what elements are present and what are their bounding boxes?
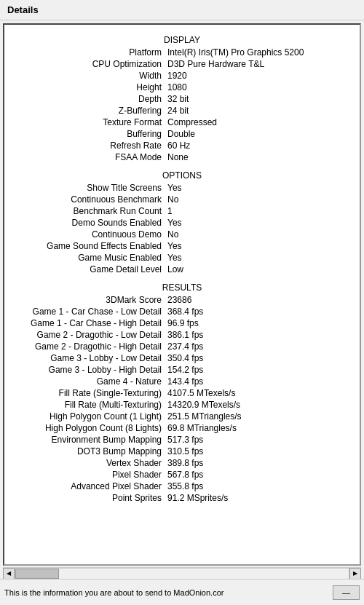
- row-label: Pixel Shader: [4, 469, 165, 481]
- table-row: FSAA ModeNone: [4, 151, 360, 163]
- row-label: Vertex Shader: [4, 457, 165, 469]
- table-row: Z-Buffering24 bit: [4, 105, 360, 116]
- hscroll-track[interactable]: [15, 568, 349, 580]
- row-label: FSAA Mode: [4, 151, 165, 163]
- bottom-bar: This is the information you are about to…: [0, 579, 364, 605]
- row-value: Yes: [165, 240, 360, 252]
- table-row: Game 2 - Dragothic - Low Detail386.1 fps: [4, 329, 360, 341]
- row-label: Refresh Rate: [4, 140, 165, 151]
- row-label: Fill Rate (Single-Texturing): [4, 387, 165, 399]
- table-row: Width1920: [4, 70, 360, 82]
- table-row: Pixel Shader567.8 fps: [4, 469, 360, 481]
- row-value: No: [165, 194, 360, 205]
- row-value: 517.3 fps: [165, 434, 360, 446]
- row-label: Height: [4, 82, 165, 93]
- row-label: Buffering: [4, 128, 165, 140]
- table-row: 3DMark Score23686: [4, 294, 360, 306]
- bottom-button[interactable]: —: [333, 585, 360, 600]
- row-label: Demo Sounds Enabled: [4, 217, 165, 229]
- section-header-label: OPTIONS: [4, 163, 360, 182]
- scroll-area-wrapper: DISPLAYPlatformIntel(R) Iris(TM) Pro Gra…: [3, 23, 361, 566]
- row-label: 3DMark Score: [4, 294, 165, 306]
- row-label: Game 1 - Car Chase - High Detail: [4, 317, 165, 329]
- row-value: 60 Hz: [165, 140, 360, 151]
- row-value: 23686: [165, 294, 360, 306]
- row-value: 1920: [165, 70, 360, 82]
- table-row: Benchmark Run Count1: [4, 205, 360, 217]
- window: Details DISPLAYPlatformIntel(R) Iris(TM)…: [0, 0, 364, 605]
- row-value: 1: [165, 205, 360, 217]
- hscroll-right-button[interactable]: ▶: [349, 568, 361, 580]
- row-label: Advanced Pixel Shader: [4, 481, 165, 492]
- row-label: Benchmark Run Count: [4, 205, 165, 217]
- table-row: Game 2 - Dragothic - High Detail237.4 fp…: [4, 341, 360, 352]
- row-value: 389.8 fps: [165, 457, 360, 469]
- table-row: Point Sprites91.2 MSprites/s: [4, 492, 360, 504]
- table-row: Game 3 - Lobby - Low Detail350.4 fps: [4, 352, 360, 364]
- section-header-label: RESULTS: [4, 275, 360, 294]
- section-header: RESULTS: [4, 275, 360, 294]
- row-value: 567.8 fps: [165, 469, 360, 481]
- row-value: 24 bit: [165, 105, 360, 116]
- data-table: DISPLAYPlatformIntel(R) Iris(TM) Pro Gra…: [4, 25, 360, 504]
- row-value: 4107.5 MTexels/s: [165, 387, 360, 399]
- table-row: Game 1 - Car Chase - Low Detail368.4 fps: [4, 306, 360, 317]
- row-value: 96.9 fps: [165, 317, 360, 329]
- row-label: Show Title Screens: [4, 182, 165, 194]
- row-label: Game Music Enabled: [4, 252, 165, 264]
- table-row: Fill Rate (Multi-Texturing)14320.9 MTexe…: [4, 399, 360, 411]
- row-value: 355.8 fps: [165, 481, 360, 492]
- section-header-label: DISPLAY: [4, 28, 360, 47]
- row-value: 350.4 fps: [165, 352, 360, 364]
- row-value: 368.4 fps: [165, 306, 360, 317]
- row-label: Z-Buffering: [4, 105, 165, 116]
- row-label: Game 3 - Lobby - High Detail: [4, 364, 165, 376]
- row-label: Width: [4, 70, 165, 82]
- row-value: 1080: [165, 82, 360, 93]
- row-value: 69.8 MTriangles/s: [165, 422, 360, 434]
- row-label: Game Sound Effects Enabled: [4, 240, 165, 252]
- table-row: Texture FormatCompressed: [4, 116, 360, 128]
- table-row: Environment Bump Mapping517.3 fps: [4, 434, 360, 446]
- row-label: CPU Optimization: [4, 58, 165, 70]
- table-row: Refresh Rate60 Hz: [4, 140, 360, 151]
- row-value: Yes: [165, 182, 360, 194]
- row-label: High Polygon Count (8 Lights): [4, 422, 165, 434]
- row-label: Platform: [4, 47, 165, 58]
- row-label: Game 4 - Nature: [4, 376, 165, 387]
- table-row: Game 1 - Car Chase - High Detail96.9 fps: [4, 317, 360, 329]
- table-row: Game Music EnabledYes: [4, 252, 360, 264]
- table-row: Game 3 - Lobby - High Detail154.2 fps: [4, 364, 360, 376]
- hscroll-left-button[interactable]: ◀: [3, 568, 15, 580]
- table-row: Advanced Pixel Shader355.8 fps: [4, 481, 360, 492]
- table-row: Game 4 - Nature143.4 fps: [4, 376, 360, 387]
- table-row: CPU OptimizationD3D Pure Hardware T&L: [4, 58, 360, 70]
- row-value: 237.4 fps: [165, 341, 360, 352]
- row-value: No: [165, 229, 360, 240]
- row-value: Compressed: [165, 116, 360, 128]
- table-row: BufferingDouble: [4, 128, 360, 140]
- row-value: 14320.9 MTexels/s: [165, 399, 360, 411]
- row-value: 143.4 fps: [165, 376, 360, 387]
- row-label: Game 2 - Dragothic - High Detail: [4, 341, 165, 352]
- table-row: Game Sound Effects EnabledYes: [4, 240, 360, 252]
- table-row: PlatformIntel(R) Iris(TM) Pro Graphics 5…: [4, 47, 360, 58]
- row-value: 251.5 MTriangles/s: [165, 411, 360, 422]
- row-label: DOT3 Bump Mapping: [4, 446, 165, 457]
- section-header: DISPLAY: [4, 28, 360, 47]
- row-value: 386.1 fps: [165, 329, 360, 341]
- scroll-area[interactable]: DISPLAYPlatformIntel(R) Iris(TM) Pro Gra…: [4, 25, 360, 564]
- bottom-text: This is the information you are about to…: [4, 588, 330, 597]
- section-header: OPTIONS: [4, 163, 360, 182]
- row-label: Continuous Demo: [4, 229, 165, 240]
- table-row: Height1080: [4, 82, 360, 93]
- row-value: Double: [165, 128, 360, 140]
- row-value: 310.5 fps: [165, 446, 360, 457]
- row-value: 32 bit: [165, 93, 360, 105]
- row-value: D3D Pure Hardware T&L: [165, 58, 360, 70]
- row-label: Depth: [4, 93, 165, 105]
- horizontal-scrollbar[interactable]: ◀ ▶: [3, 567, 361, 579]
- row-label: Game 1 - Car Chase - Low Detail: [4, 306, 165, 317]
- table-row: Show Title ScreensYes: [4, 182, 360, 194]
- hscroll-thumb[interactable]: [15, 569, 59, 579]
